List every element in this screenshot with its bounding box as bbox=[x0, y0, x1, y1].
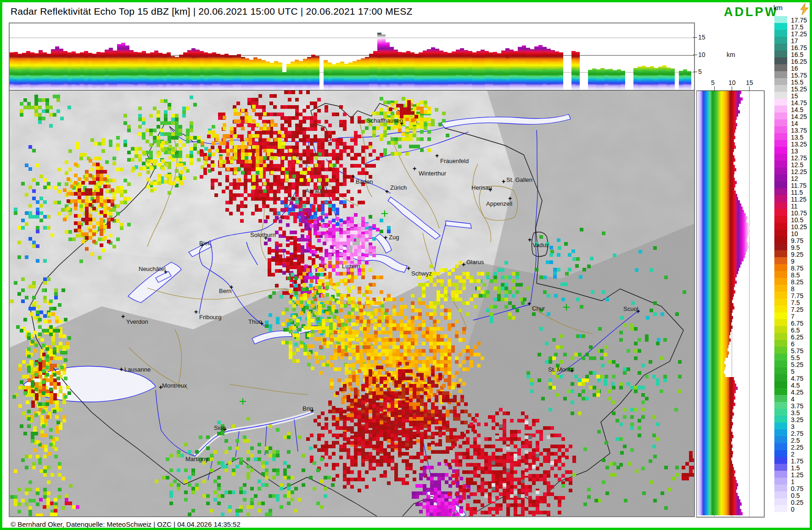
colorbar-block bbox=[774, 305, 787, 312]
colorbar-tick-label: 5 bbox=[791, 368, 795, 375]
colorbar-tick-label: 1.75 bbox=[791, 457, 803, 465]
colorbar-block bbox=[774, 450, 787, 457]
colorbar-tick-label: 11 bbox=[791, 203, 798, 210]
city-label: Sion bbox=[214, 424, 226, 431]
colorbar-tick-label: 3.5 bbox=[791, 409, 800, 417]
echo-top-bar bbox=[592, 68, 596, 90]
colorbar-tick-label: 14.25 bbox=[791, 113, 807, 120]
echo-top-row bbox=[697, 226, 750, 229]
echo-top-bar bbox=[534, 46, 538, 90]
colorbar-tick-label: 16.75 bbox=[791, 44, 807, 51]
colorbar-block bbox=[774, 133, 787, 140]
echo-top-bar bbox=[92, 54, 96, 90]
city-label: Schaffhausen bbox=[367, 117, 403, 124]
colorbar-tick-label: 4.75 bbox=[791, 375, 803, 382]
echo-top-bar bbox=[212, 52, 216, 90]
side-profile-gridline bbox=[749, 91, 750, 517]
city-label: Lausanne bbox=[124, 366, 151, 373]
colorbar-block bbox=[774, 188, 787, 195]
echo-top-row bbox=[697, 203, 741, 207]
echo-top-row bbox=[697, 197, 738, 200]
colorbar-block bbox=[774, 16, 787, 23]
colorbar-tick-label: 12 bbox=[791, 175, 798, 182]
city-label: Appenzell bbox=[486, 200, 512, 207]
colorbar-block bbox=[774, 285, 787, 292]
echo-top-row bbox=[697, 310, 733, 313]
top-profile-gridline bbox=[10, 38, 694, 38]
colorbar-block bbox=[774, 278, 787, 285]
echo-top-row bbox=[697, 236, 748, 239]
colorbar-tick-label: 0.75 bbox=[791, 485, 803, 492]
echo-top-row bbox=[697, 142, 735, 146]
echo-top-bar bbox=[63, 51, 67, 90]
top-echo-profile-panel bbox=[9, 23, 695, 90]
echo-top-bar bbox=[348, 62, 353, 90]
echo-top-row bbox=[697, 258, 744, 261]
city-marker: + bbox=[435, 153, 439, 158]
colorbar-tick-label: 1.5 bbox=[791, 464, 800, 472]
echo-top-bar bbox=[472, 52, 476, 90]
echo-top-bar bbox=[617, 69, 621, 90]
echo-top-bar bbox=[175, 57, 179, 90]
radar-site-cross-icon bbox=[240, 398, 246, 405]
city-label: Schwyz bbox=[411, 270, 432, 277]
echo-top-bar bbox=[10, 52, 14, 90]
city-label: Montreux bbox=[162, 382, 187, 389]
colorbar-tick-label: 5.25 bbox=[791, 361, 803, 368]
echo-top-bar bbox=[671, 68, 675, 90]
echo-top-row bbox=[697, 335, 729, 338]
colorbar-block bbox=[774, 423, 787, 429]
colorbar-tick-label: 10.5 bbox=[791, 216, 803, 224]
echo-top-bar bbox=[642, 66, 646, 90]
echo-top-bar bbox=[55, 46, 59, 90]
top-profile-tick bbox=[693, 72, 697, 72]
echo-top-bar bbox=[452, 51, 456, 90]
echo-top-row bbox=[697, 306, 734, 310]
colorbar-tick-label: 9.25 bbox=[791, 251, 803, 258]
echo-top-row bbox=[697, 371, 724, 374]
echo-top-row bbox=[697, 290, 735, 293]
colorbar-block bbox=[774, 299, 787, 305]
echo-top-row bbox=[697, 178, 735, 181]
echo-top-row bbox=[697, 271, 738, 274]
echo-top-bar bbox=[551, 50, 555, 90]
echo-top-bar bbox=[381, 34, 386, 90]
echo-top-bar bbox=[274, 61, 278, 90]
colorbar-block bbox=[774, 71, 787, 78]
echo-top-row bbox=[697, 162, 734, 165]
echo-cell-south-magenta-core bbox=[448, 516, 452, 517]
echo-top-bar bbox=[253, 57, 258, 90]
colorbar-block bbox=[774, 457, 787, 464]
echo-top-bar bbox=[336, 63, 340, 90]
page-title: Radar Reflektivität Echo Top 15 dBZ [km]… bbox=[11, 6, 412, 17]
city-marker: + bbox=[527, 301, 531, 306]
colorbar-tick-label: 11.5 bbox=[791, 189, 803, 196]
echo-top-bar bbox=[485, 51, 489, 90]
colorbar-tick-label: 11.75 bbox=[791, 182, 806, 189]
echo-top-bar bbox=[43, 52, 47, 90]
colorbar-tick-label: 16.5 bbox=[791, 51, 803, 58]
echo-top-bar bbox=[142, 51, 146, 90]
echo-top-bar bbox=[456, 50, 460, 90]
echo-top-bar bbox=[357, 60, 361, 90]
echo-top-row bbox=[697, 387, 738, 390]
colorbar-block bbox=[774, 271, 787, 278]
echo-top-bar bbox=[369, 54, 373, 90]
echo-top-row bbox=[697, 409, 733, 412]
colorbar-block bbox=[774, 44, 787, 51]
colorbar-tick-label: 2.25 bbox=[791, 444, 803, 451]
echo-top-bar bbox=[328, 62, 332, 90]
echo-top-row bbox=[697, 265, 740, 268]
echo-top-bar bbox=[340, 62, 344, 90]
city-label: Aarau bbox=[305, 187, 321, 194]
echo-top-row bbox=[697, 94, 740, 97]
colorbar-block bbox=[774, 436, 787, 443]
echo-top-bar bbox=[386, 42, 390, 90]
echo-top-bar bbox=[353, 61, 357, 90]
echo-top-row bbox=[697, 181, 737, 184]
colorbar-block bbox=[774, 326, 787, 333]
colorbar-tick-label: 14.5 bbox=[791, 106, 803, 113]
echo-top-bar bbox=[249, 60, 253, 90]
city-label: Vaduz bbox=[532, 242, 549, 248]
echo-top-bar bbox=[650, 66, 654, 90]
